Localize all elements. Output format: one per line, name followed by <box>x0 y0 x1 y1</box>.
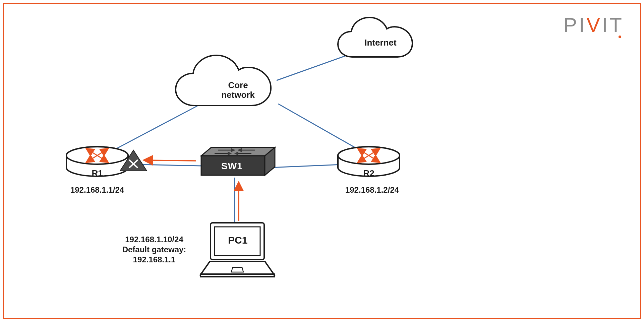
pc1-gw-label: Default gateway: <box>122 245 186 254</box>
svg-marker-15 <box>201 147 275 156</box>
label-core-network: Core network <box>215 80 261 100</box>
label-pc1-info: 192.168.1.10/24 Default gateway: 192.168… <box>111 235 198 265</box>
link-core-r2 <box>278 104 364 152</box>
link-core-r1 <box>112 104 201 151</box>
pc1-ip: 192.168.1.10/24 <box>125 235 183 244</box>
arrow-sw-to-r1-icon <box>144 160 196 161</box>
label-pc1: PC1 <box>228 235 247 246</box>
label-r2: R2 <box>359 169 379 178</box>
label-internet: Internet <box>360 38 401 48</box>
link-sw1-r2 <box>272 164 349 168</box>
pc1-gw-ip: 192.168.1.1 <box>133 255 176 264</box>
svg-rect-25 <box>200 274 274 277</box>
label-r1: R1 <box>87 169 107 178</box>
link-core-internet <box>277 55 347 80</box>
label-r2-ip: 192.168.1.2/24 <box>335 185 409 195</box>
label-r1-ip: 192.168.1.1/24 <box>60 185 134 195</box>
laptop-pc1-icon <box>200 223 274 277</box>
diagram-canvas <box>0 0 644 322</box>
label-sw1: SW1 <box>221 161 243 172</box>
svg-marker-24 <box>200 261 274 275</box>
cloud-internet-icon <box>338 17 412 57</box>
